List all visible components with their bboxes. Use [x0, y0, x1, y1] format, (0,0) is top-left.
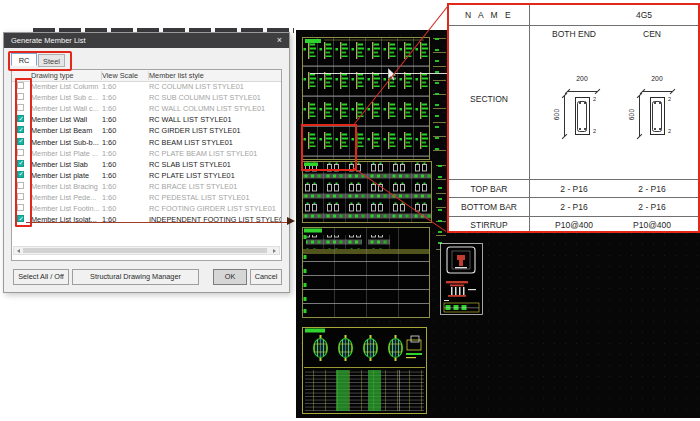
drawing-type-cell: Member List Pede...	[31, 193, 102, 202]
table-row[interactable]: Member List Wall c... 1:60 RC WALL COLUM…	[12, 103, 281, 114]
slab-list-panel	[302, 227, 430, 318]
view-scale-cell: 1:60	[102, 104, 149, 113]
drawing-type-cell: Member List plate	[31, 171, 102, 180]
ok-button[interactable]: OK	[213, 269, 247, 285]
drawing-type-listbox[interactable]: Drawing type View Scale Member list styl…	[11, 69, 282, 261]
rebar-row: BOTTOM BAR 2 - P16 2 - P16	[449, 197, 698, 215]
bar-count: 2	[668, 96, 671, 102]
tabs-highlight-annotation	[8, 51, 72, 72]
dialog-titlebar[interactable]: Generate Member List ×	[4, 33, 289, 48]
table-row[interactable]: Member List Footin... 1:60 RC FOOTING GI…	[12, 203, 281, 214]
rebar-rows: TOP BAR 2 - P16 2 - P16 BOTTOM BAR 2 - P…	[449, 179, 698, 234]
list-style-cell: RC COLUMN LIST STYLE01	[149, 82, 281, 91]
col-view-scale: View Scale	[102, 71, 149, 80]
table-row[interactable]: Member List Beam 1:60 RC GIRDER LIST STY…	[12, 125, 281, 136]
generate-member-list-dialog: Generate Member List × RC Steel Drawing …	[3, 32, 290, 293]
table-row[interactable]: Member List Pede... 1:60 RC PEDESTAL LIS…	[12, 192, 281, 203]
clipped-panel	[433, 38, 446, 159]
drawing-type-cell: Member List Plate ...	[31, 149, 102, 158]
member-name-value: 4G5	[602, 5, 686, 25]
row-label: TOP BAR	[449, 184, 529, 194]
section-column-headers: BOTH END CEN	[449, 26, 698, 42]
header-both-end: BOTH END	[529, 29, 619, 39]
view-scale-cell: 1:60	[102, 182, 149, 191]
cen-value: 2 - P16	[619, 184, 685, 194]
bar-count: 2	[593, 96, 596, 102]
bar-count: 2	[593, 128, 596, 134]
list-style-cell: RC SUB COLUMN LIST STYLE01	[149, 93, 281, 102]
view-scale-cell: 1:60	[102, 171, 149, 180]
scrollbar-thumb[interactable]	[23, 248, 267, 253]
view-scale-cell: 1:60	[102, 193, 149, 202]
screenshot-root: Generate Member List × RC Steel Drawing …	[0, 0, 700, 421]
list-style-cell: RC WALL LIST STYLE01	[149, 115, 281, 124]
scroll-right-icon[interactable]	[270, 247, 279, 254]
select-all-button[interactable]: Select All / Off	[13, 269, 69, 285]
view-scale-cell: 1:60	[102, 204, 149, 213]
cancel-button[interactable]: Cancel	[250, 269, 282, 285]
column-schedule-panel	[302, 327, 427, 414]
row-label: STIRRUP	[449, 220, 529, 230]
list-style-cell: RC PLATE LIST STYLE01	[149, 171, 281, 180]
list-style-cell: RC BRACE LIST STYLE01	[149, 182, 281, 191]
height-dimension: 600	[628, 106, 635, 124]
both-end-value: P10@400	[529, 220, 619, 230]
annotation-arrow-head	[287, 217, 295, 225]
list-style-cell: RC FOOTING GIRDER LIST STYLE01	[149, 204, 281, 213]
list-style-cell: RC BEAM LIST STYLE01	[149, 138, 281, 147]
structural-drawing-manager-button[interactable]: Structural Drawing Manager	[72, 269, 199, 285]
list-style-cell: RC PLATE BEAM LIST STYLE01	[149, 149, 281, 158]
cad-highlight-annotation	[301, 124, 357, 171]
header-divider	[148, 71, 149, 80]
height-dimension: 600	[553, 106, 560, 124]
list-style-cell: RC PEDESTAL LIST STYLE01	[149, 193, 281, 202]
drawing-type-cell: Member List Sub c...	[31, 93, 102, 102]
dialog-title: Generate Member List	[11, 36, 86, 45]
table-row[interactable]: Member List Sub-b... 1:60 RC BEAM LIST S…	[12, 136, 281, 147]
scroll-left-icon[interactable]	[14, 247, 23, 254]
table-row[interactable]: Member List Wall 1:60 RC WALL LIST STYLE…	[12, 114, 281, 125]
drawing-type-cell: Member List Footin...	[31, 204, 102, 213]
drawing-type-list: Member List Column 1:60 RC COLUMN LIST S…	[12, 81, 281, 225]
width-dimension: 200	[552, 75, 612, 82]
checkbox-column-highlight-annotation	[15, 78, 32, 227]
view-scale-cell: 1:60	[102, 138, 149, 147]
rebar-row: STIRRUP P10@400 P10@400	[449, 216, 698, 234]
stirrup-outline	[577, 101, 587, 132]
drawing-type-cell: Member List Slab	[31, 160, 102, 169]
col-drawing-type: Drawing type	[31, 71, 102, 80]
rebar-row: TOP BAR 2 - P16 2 - P16	[449, 179, 698, 197]
view-scale-cell: 1:60	[102, 93, 149, 102]
table-row[interactable]: Member List Slab 1:60 RC SLAB LIST STYLE…	[12, 159, 281, 170]
name-row: N A M E 4G5	[449, 5, 698, 26]
view-scale-cell: 1:60	[102, 160, 149, 169]
foundation-detail-panel	[440, 243, 483, 315]
table-row[interactable]: Member List plate 1:60 RC PLATE LIST STY…	[12, 170, 281, 181]
cen-value: 2 - P16	[619, 202, 685, 212]
clipped-panel	[436, 165, 446, 250]
cen-value: P10@400	[619, 220, 685, 230]
header-cen: CEN	[619, 29, 685, 39]
drawing-type-cell: Member List Column	[31, 82, 102, 91]
row-label: BOTTOM BAR	[449, 202, 529, 212]
table-row[interactable]: Member List Sub c... 1:60 RC SUB COLUMN …	[12, 92, 281, 103]
close-icon[interactable]: ×	[277, 33, 282, 48]
name-label: N A M E	[449, 5, 529, 25]
table-row[interactable]: Member List Bracing 1:60 RC BRACE LIST S…	[12, 181, 281, 192]
horizontal-scrollbar[interactable]	[13, 246, 280, 255]
list-style-cell: RC WALL COLUMN LIST STYLE01	[149, 104, 281, 113]
width-dimension: 200	[627, 75, 687, 82]
list-style-cell: RC GIRDER LIST STYLE01	[149, 126, 281, 135]
list-style-cell: RC SLAB LIST STYLE01	[149, 160, 281, 169]
annotation-arrow-line	[26, 222, 288, 224]
both-end-value: 2 - P16	[529, 202, 619, 212]
section-label: SECTION	[449, 94, 529, 104]
view-scale-cell: 1:60	[102, 149, 149, 158]
table-row[interactable]: Member List Isolat... 1:60 INDEPENDENT F…	[12, 214, 281, 225]
beam-section-figure-cen: 200 600 2 2	[627, 75, 687, 175]
drawing-type-cell: Member List Bracing	[31, 182, 102, 191]
drawing-type-cell: Member List Wall c...	[31, 104, 102, 113]
table-row[interactable]: Member List Plate ... 1:60 RC PLATE BEAM…	[12, 148, 281, 159]
col-member-list-style: Member list style	[149, 71, 281, 80]
table-row[interactable]: Member List Column 1:60 RC COLUMN LIST S…	[12, 81, 281, 92]
